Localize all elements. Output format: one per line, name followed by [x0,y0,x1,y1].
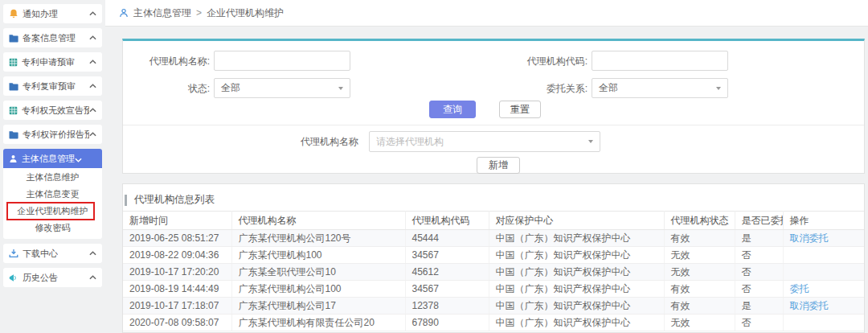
col-header-name: 代理机构名称 [231,212,405,230]
sidebar-item-record-info-management[interactable]: 备案信息管理 [3,28,102,47]
cell-status: 有效 [664,298,735,314]
add-button[interactable]: 新增 [477,157,520,174]
sidebar-item-notice-handling[interactable]: 通知办理 [3,4,102,23]
table-row: 2019-06-25 08:51:27 广东某代理机构公司120号 45444 … [123,230,864,247]
person-icon [9,154,18,163]
reset-button[interactable]: 重置 [499,101,541,118]
cell-code: 34567 [405,281,489,298]
query-button[interactable]: 查询 [429,101,476,118]
cell-name: 广东某代理机构公司100 [231,281,405,298]
cancel-delegation-link[interactable]: 取消委托 [790,232,829,244]
cell-code: 45444 [405,230,489,247]
grid-icon [9,106,18,115]
submenu-item-label: 主体信息维护 [27,172,80,182]
agency-list-panel: 代理机构信息列表 新增时间 代理机构名称 代理机构代码 对应保护中心 代理机构状… [122,183,865,333]
sidebar-item-history-announcements[interactable]: 历史公告 [3,268,102,287]
sidebar-item-label: 主体信息管理 [22,153,75,165]
status-select[interactable]: 全部 [214,78,350,98]
breadcrumb-separator: > [196,7,202,18]
sidebar-item-download-center[interactable]: 下载中心 [3,244,102,263]
status-label: 状态: [121,83,210,94]
sidebar-item-subject-info-management[interactable]: 主体信息管理 [3,149,102,168]
cell-status: 有效 [664,230,735,247]
cell-status: 无效 [664,314,735,331]
sidebar-item-patent-application-preexam[interactable]: 专利申请预审 [3,52,102,72]
sidebar-subitem-change-password[interactable]: 修改密码 [3,220,102,236]
table-row: 2019-10-17 17:20:20 广东某全职代理公司10 45612 中国… [123,264,864,281]
cancel-delegation-link[interactable]: 取消委托 [790,300,829,311]
cell-center: 中国（广东）知识产权保护中心 [489,314,664,331]
cell-center: 中国（广东）知识产权保护中心 [489,230,664,247]
cell-status: 无效 [664,264,735,281]
cell-name: 广东某代理机构公司17 [231,298,405,314]
sidebar-subitem-enterprise-agency-maintain[interactable]: 企业代理机构维护 [3,203,102,220]
agency-code-input[interactable] [592,51,728,71]
breadcrumb-section[interactable]: 主体信息管理 [133,6,191,20]
cell-action: 取消委托 [783,298,864,314]
chevron-up-icon [89,60,96,64]
cell-name: 广东某代理机构100 [231,247,405,264]
cell-center: 中国（广东）知识产权保护中心 [489,264,664,281]
col-header-status: 代理机构状态 [664,212,735,230]
folder-icon [9,130,18,139]
cell-action: 委托 [783,281,864,298]
cell-delegated: 否 [735,247,783,264]
cell-time: 2019-08-22 09:04:36 [123,247,231,264]
list-title: 代理机构信息列表 [134,193,215,207]
chevron-up-icon [89,132,96,137]
chevron-up-icon [89,108,96,113]
person-icon [119,8,129,18]
chevron-up-icon [89,84,96,88]
agency-select-placeholder: 请选择代理机构 [376,135,444,149]
grid-icon [9,58,18,67]
col-header-actions: 操作 [783,212,864,230]
sidebar-item-patent-invalidation-preexam[interactable]: 专利权无效宣告预审 [3,101,102,120]
caret-down-icon [716,87,721,90]
sidebar-item-patent-evaluation-report-preexam[interactable]: 专利权评价报告预审 [3,125,102,144]
relation-label: 委托关系: [499,83,588,94]
agency-select-label: 代理机构名称 [270,136,358,147]
cell-action [783,247,864,264]
cell-name: 广东某代理机构公司120号 [231,230,405,247]
caret-down-icon [588,140,593,143]
sidebar-item-label: 通知办理 [23,8,58,20]
sidebar-item-label: 历史公告 [23,272,58,284]
status-select-value: 全部 [221,81,240,95]
folder-icon [9,34,18,43]
delegate-link[interactable]: 委托 [790,283,809,294]
app-root: 主体信息管理 > 企业代理机构维护 通知办理 备案信息管理 专利申请预审 [0,0,868,333]
megaphone-icon [9,273,18,282]
submenu-item-label: 修改密码 [35,223,71,232]
sidebar: 通知办理 备案信息管理 专利申请预审 专利复审预审 [3,4,102,292]
agency-name-input[interactable] [214,51,350,71]
cell-delegated: 否 [735,264,783,281]
cell-time: 2019-08-19 14:44:49 [123,281,231,298]
folder-icon [9,82,18,91]
cell-delegated: 是 [735,230,783,247]
col-header-center: 对应保护中心 [489,212,664,230]
sidebar-subitem-subject-info-change[interactable]: 主体信息变更 [3,186,102,203]
cell-time: 2019-10-17 17:18:07 [123,298,231,314]
bell-icon [9,9,18,18]
sidebar-item-patent-reexam-preexam[interactable]: 专利复审预审 [3,76,102,96]
cell-action: 取消委托 [783,230,864,247]
sidebar-item-label: 专利申请预审 [22,56,75,68]
col-header-code: 代理机构代码 [405,212,489,230]
agency-select[interactable]: 请选择代理机构 [369,131,600,152]
cell-time: 2020-07-08 09:58:07 [123,314,231,331]
caret-down-icon [338,87,343,90]
cell-code: 12378 [405,298,489,314]
table-row: 2019-08-19 14:44:49 广东某代理机构公司100 34567 中… [123,281,864,298]
cell-action [783,314,864,331]
sidebar-item-label: 备案信息管理 [23,32,76,44]
cell-time: 2019-10-17 17:20:20 [123,264,231,281]
sidebar-subitem-subject-info-maintain[interactable]: 主体信息维护 [3,169,102,186]
cell-code: 67890 [405,314,489,331]
cell-code: 45612 [405,264,489,281]
breadcrumb-current-page: 企业代理机构维护 [207,6,284,20]
cell-delegated: 否 [735,314,783,331]
table-row: 2019-10-17 17:18:07 广东某代理机构公司17 12378 中国… [123,298,864,314]
cell-action [783,264,864,281]
relation-select[interactable]: 全部 [592,78,728,98]
cell-name: 广东某代理机构有限责任公司20 [231,314,405,331]
